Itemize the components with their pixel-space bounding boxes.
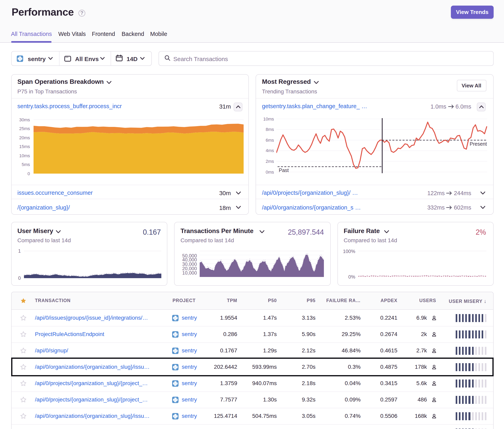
svg-text:?: ? [80, 10, 83, 16]
